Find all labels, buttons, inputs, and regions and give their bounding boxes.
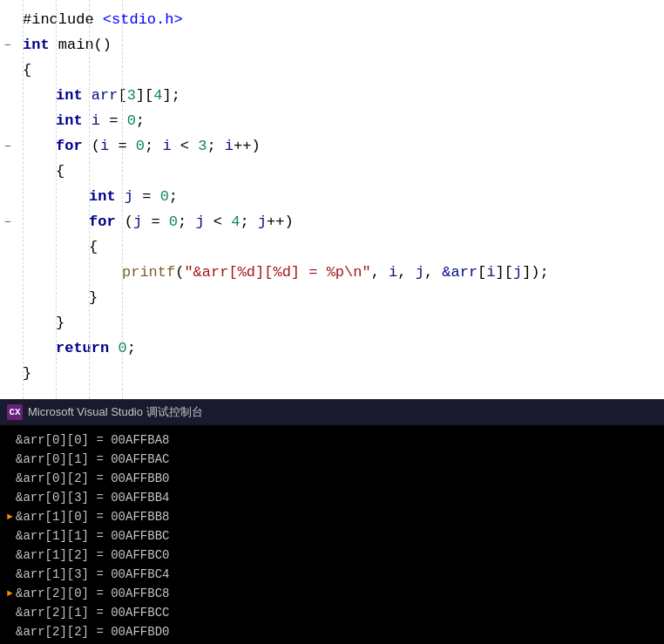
token-num: 0 [169, 209, 178, 234]
side-indicator: ► [7, 584, 14, 603]
fold-button[interactable]: − [0, 210, 16, 235]
token-kw-blue: int [23, 32, 50, 58]
token-op: = [109, 133, 136, 159]
token-op: } [89, 285, 98, 310]
token-var: j [416, 260, 424, 285]
token-num: 3 [127, 83, 136, 108]
token-var: j [258, 209, 267, 234]
token-str: "&arr[%d][%d] = %p\n" [184, 260, 370, 285]
console-line: &arr[2][2] = 00AFFBD0 [7, 622, 657, 641]
token-op [109, 336, 118, 361]
token-op: = [142, 209, 169, 234]
console-line: &arr[1][1] = 00AFFBBC [7, 526, 657, 546]
token-kw-blue: int [56, 108, 83, 133]
code-line: } [0, 285, 664, 310]
token-op: ++) [234, 133, 261, 159]
console-text: &arr[0][3] = 00AFFBB4 [16, 488, 169, 507]
token-var: i [389, 260, 397, 285]
vs-icon: CX [7, 404, 23, 420]
token-num: 0 [118, 336, 126, 361]
token-op: [ [118, 83, 126, 108]
token-op: ( [83, 133, 100, 159]
token-op: ; [240, 209, 257, 234]
console-text: &arr[0][0] = 00AFFBA8 [16, 430, 169, 450]
code-line: printf("&arr[%d][%d] = %p\n", i, j, &arr… [0, 260, 664, 285]
console-titlebar: CX Microsoft Visual Studio 调试控制台 [0, 399, 664, 425]
console-line: &arr[1][3] = 00AFFBC4 [7, 565, 657, 584]
code-line: } [0, 310, 664, 336]
code-line: −int main() [0, 32, 664, 58]
token-op: ; [145, 133, 162, 159]
token-num: 4 [153, 83, 162, 108]
fold-button[interactable]: − [0, 33, 16, 58]
code-line: } [0, 361, 664, 386]
token-op: main() [50, 32, 112, 58]
code-line: −for (j = 0; j < 4; j++) [0, 209, 664, 234]
token-op: , [424, 260, 442, 285]
token-op: ]; [162, 83, 180, 108]
console-text: &arr[2][2] = 00AFFBD0 [16, 622, 169, 641]
token-kw-blue: int [56, 83, 83, 108]
token-var: j [513, 260, 522, 285]
token-var: i [100, 133, 109, 159]
fold-button[interactable]: − [0, 134, 16, 159]
token-fn: printf [122, 260, 175, 285]
token-op: ( [175, 260, 184, 285]
code-line: return 0; [0, 336, 664, 361]
token-num: 4 [231, 209, 240, 234]
token-var: &arr [442, 260, 478, 285]
console-text: &arr[1][2] = 00AFFBC0 [16, 546, 169, 565]
console-line: &arr[2][1] = 00AFFBCC [7, 603, 657, 622]
code-line: { [0, 234, 664, 260]
code-line: int i = 0; [0, 108, 664, 133]
console-line: ►&arr[1][0] = 00AFFBB8 [7, 507, 657, 526]
console-line: &arr[0][3] = 00AFFBB4 [7, 488, 657, 507]
token-directive: #include [23, 7, 103, 32]
debug-console: CX Microsoft Visual Studio 调试控制台 &arr[0]… [0, 399, 664, 644]
console-line: &arr[1][2] = 00AFFBC0 [7, 546, 657, 565]
token-kw-blue: return [56, 336, 109, 361]
token-op: = [100, 108, 127, 133]
token-op: [ [478, 260, 486, 285]
console-text: &arr[2][1] = 00AFFBCC [16, 603, 169, 622]
token-var: i [225, 133, 234, 159]
token-num: 0 [127, 108, 136, 133]
token-op: , [397, 260, 415, 285]
console-text: &arr[1][3] = 00AFFBC4 [16, 565, 169, 584]
console-text: &arr[0][1] = 00AFFBAC [16, 450, 169, 469]
token-op: } [56, 310, 64, 336]
console-text: &arr[1][0] = 00AFFBB8 [16, 507, 169, 526]
token-op: { [56, 159, 64, 184]
console-line: ►&arr[2][0] = 00AFFBC8 [7, 584, 657, 603]
token-header: <stdio.h> [103, 7, 183, 32]
code-editor: #include <stdio.h>−int main(){int arr[3]… [0, 0, 664, 399]
token-op: ][ [496, 260, 513, 285]
token-op: ]); [522, 260, 549, 285]
console-text: &arr[1][1] = 00AFFBBC [16, 526, 169, 546]
console-output: &arr[0][0] = 00AFFBA8&arr[0][1] = 00AFFB… [0, 425, 664, 644]
code-line: { [0, 159, 664, 184]
token-op: } [23, 361, 31, 386]
token-kw-blue: for [89, 209, 116, 234]
code-line: int j = 0; [0, 184, 664, 209]
token-var: j [116, 184, 133, 209]
token-op: ++) [267, 209, 294, 234]
token-kw-blue: int [89, 184, 116, 209]
token-num: 0 [160, 184, 169, 209]
token-op: = [133, 184, 160, 209]
token-var: i [162, 133, 171, 159]
token-op: ; [178, 209, 195, 234]
token-op: < [205, 209, 232, 234]
token-var: j [133, 209, 142, 234]
side-indicator: ► [7, 507, 14, 526]
token-var: i [83, 108, 100, 133]
code-line: { [0, 58, 664, 83]
console-line: &arr[0][0] = 00AFFBA8 [7, 430, 657, 450]
token-var: i [486, 260, 495, 285]
token-op: ( [116, 209, 133, 234]
token-op: < [172, 133, 199, 159]
console-text: &arr[2][0] = 00AFFBC8 [16, 584, 169, 603]
console-line: &arr[0][2] = 00AFFBB0 [7, 469, 657, 488]
token-num: 3 [198, 133, 207, 159]
code-line: #include <stdio.h> [0, 7, 664, 32]
